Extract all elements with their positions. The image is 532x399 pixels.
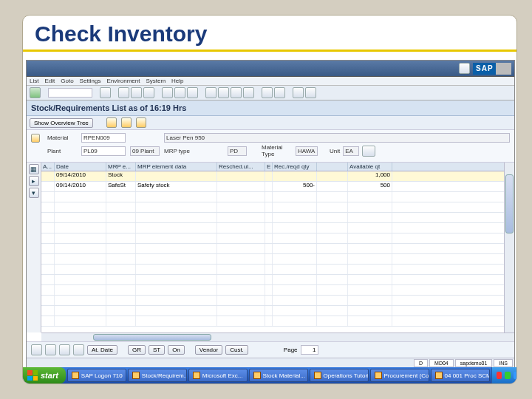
col-e[interactable]: E: [265, 163, 273, 171]
first-page-icon[interactable]: [205, 87, 216, 98]
command-field[interactable]: [48, 88, 92, 98]
prev-page-icon[interactable]: [218, 87, 229, 98]
col-resched[interactable]: Resched.ul...: [217, 163, 265, 171]
expand-row-icon[interactable]: ▸: [29, 176, 39, 186]
enter-icon[interactable]: [30, 87, 41, 98]
table-row[interactable]: 09/14/2010Stock1,000: [41, 171, 504, 182]
material-field[interactable]: RPEN009: [81, 133, 126, 143]
table-cell: [317, 171, 348, 181]
horizontal-scroll-thumb[interactable]: [93, 334, 211, 341]
menu-environment[interactable]: Environment: [107, 78, 140, 84]
material-desc: Laser Pen 950: [164, 133, 510, 143]
horizontal-scrollbar[interactable]: [41, 332, 514, 341]
ft-icon-4[interactable]: [73, 344, 84, 355]
save-icon[interactable]: [100, 87, 111, 98]
app-icon: [132, 372, 140, 379]
cust-button[interactable]: Cust.: [225, 345, 248, 355]
col-avail[interactable]: Available qt: [348, 163, 392, 171]
gr-button[interactable]: GR: [128, 345, 146, 355]
next-page-icon[interactable]: [231, 87, 242, 98]
taskbar-item[interactable]: Stock Material...: [249, 369, 308, 382]
page-field[interactable]: 1: [301, 345, 318, 355]
grid-body: 09/14/2010Stock1,00009/14/2010SafeStSafe…: [41, 171, 504, 327]
vertical-scrollbar[interactable]: [504, 163, 514, 332]
collapse-row-icon[interactable]: ▾: [29, 188, 39, 198]
table-cell: [217, 182, 265, 191]
taskbar-item[interactable]: SAP Logon 710: [67, 369, 126, 382]
menu-system[interactable]: System: [146, 78, 166, 84]
select-all-icon[interactable]: ▦: [29, 164, 39, 174]
col-mrpdata[interactable]: MRP element data: [136, 163, 217, 171]
find-icon[interactable]: [174, 87, 185, 98]
exit-icon[interactable]: [131, 87, 142, 98]
expand-icon[interactable]: [362, 146, 375, 157]
table-cell: [265, 182, 273, 191]
taskbar-item[interactable]: Procurement (Com...: [370, 369, 429, 382]
vertical-scroll-thumb[interactable]: [505, 174, 514, 233]
system-tray[interactable]: 5:01 PM: [491, 367, 517, 383]
cancel-icon[interactable]: [143, 87, 154, 98]
table-row[interactable]: 09/14/2010SafeStSafety stock500-500: [41, 182, 504, 192]
table-cell: [217, 171, 265, 181]
sap-logo: SAP: [473, 63, 511, 75]
unit-label: Unit: [330, 148, 340, 154]
plant-field[interactable]: PL09: [81, 146, 126, 156]
standard-toolbar: [27, 86, 514, 100]
back-icon[interactable]: [118, 87, 129, 98]
tray-icon-1[interactable]: [497, 372, 502, 379]
sap-titlebar: SAP: [27, 61, 514, 77]
taskbar-item[interactable]: Operations Tutoria...: [310, 369, 369, 382]
tray-icon-3[interactable]: [514, 372, 517, 379]
new-session-icon[interactable]: [262, 87, 273, 98]
atdate-button[interactable]: At. Date: [87, 345, 117, 355]
menu-list[interactable]: List: [30, 78, 38, 84]
minimize-icon[interactable]: [459, 63, 470, 74]
st-button[interactable]: ST: [149, 345, 165, 355]
shortcut-icon[interactable]: [274, 87, 285, 98]
app-icon: [435, 372, 443, 379]
selection-form: Material RPEN009 Laser Pen 950 Plant PL0…: [27, 130, 514, 163]
col-date[interactable]: Date: [55, 163, 106, 171]
refresh-icon[interactable]: [106, 117, 117, 128]
taskbar-item[interactable]: 04 001 Proc SCM: [431, 369, 490, 382]
menu-help[interactable]: Help: [171, 78, 183, 84]
col-blank[interactable]: [317, 163, 348, 171]
show-overview-button[interactable]: Show Overview Tree: [30, 118, 93, 128]
help-icon[interactable]: [293, 87, 304, 98]
taskbar-item[interactable]: Stock/Requirem...: [128, 369, 187, 382]
start-label: start: [41, 371, 58, 380]
taskbar-item-label: Stock Material...: [263, 372, 305, 379]
col-a[interactable]: A...: [41, 163, 55, 171]
material-label: Material: [47, 134, 77, 141]
col-mrpe[interactable]: MRP e...: [106, 163, 136, 171]
graph-icon[interactable]: [136, 117, 146, 128]
mattype-label: Material Type: [262, 144, 291, 157]
menu-edit[interactable]: Edit: [44, 78, 55, 84]
ft-icon-1[interactable]: [31, 344, 42, 355]
table-row-empty: [41, 316, 504, 327]
table-cell: [265, 171, 273, 181]
table-row-empty: [41, 306, 504, 316]
ft-icon-3[interactable]: [59, 344, 70, 355]
layout-icon[interactable]: [305, 87, 316, 98]
last-page-icon[interactable]: [243, 87, 254, 98]
find-next-icon[interactable]: [187, 87, 198, 98]
page-label: Page: [284, 347, 298, 353]
col-recreq[interactable]: Rec./reqd qty: [273, 163, 317, 171]
print-icon[interactable]: [162, 87, 173, 98]
vendor-button[interactable]: Vendor: [195, 345, 222, 355]
table-cell: Safety stock: [136, 182, 217, 191]
table-row-empty: [41, 192, 504, 202]
status-tcode: MD04: [429, 359, 454, 367]
menu-settings[interactable]: Settings: [80, 78, 101, 84]
tray-icon-2[interactable]: [505, 372, 511, 379]
start-button[interactable]: start: [23, 367, 66, 383]
on-button[interactable]: On: [168, 345, 185, 355]
menu-goto[interactable]: Goto: [61, 78, 73, 84]
taskbar-item[interactable]: Microsoft Exc...: [188, 369, 248, 382]
ft-icon-2[interactable]: [45, 344, 56, 355]
filter-icon[interactable]: [121, 117, 132, 128]
table-row-empty: [41, 233, 504, 244]
app-toolbar: Show Overview Tree: [27, 116, 514, 130]
app-icon: [375, 372, 382, 379]
